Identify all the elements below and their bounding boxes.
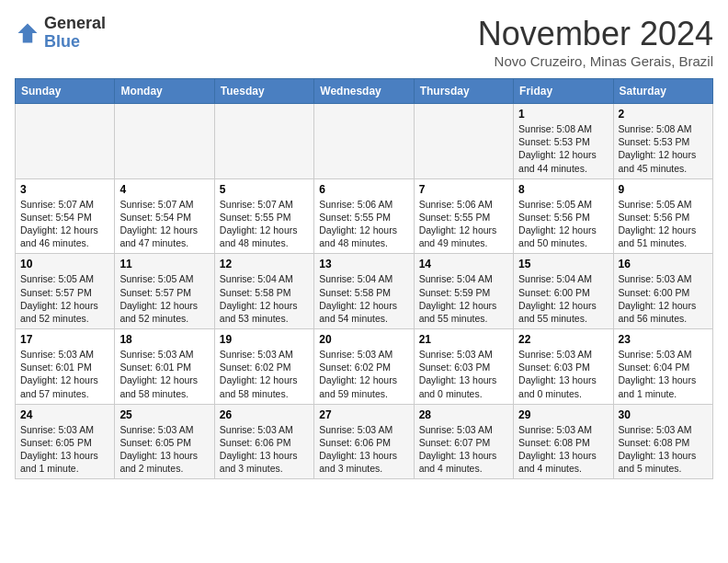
day-info: Sunrise: 5:03 AMSunset: 6:08 PMDaylight:…	[518, 423, 608, 476]
calendar-cell: 18Sunrise: 5:03 AMSunset: 6:01 PMDayligh…	[115, 329, 214, 405]
logo-blue-text: Blue	[44, 32, 80, 51]
day-info: Sunrise: 5:04 AMSunset: 5:58 PMDaylight:…	[319, 272, 408, 325]
calendar-cell: 12Sunrise: 5:04 AMSunset: 5:58 PMDayligh…	[214, 254, 313, 329]
title-block: November 2024 Novo Cruzeiro, Minas Gerai…	[478, 15, 713, 69]
day-number: 6	[319, 183, 408, 196]
day-number: 25	[119, 408, 209, 421]
day-number: 24	[20, 408, 109, 421]
day-number: 9	[619, 183, 708, 196]
calendar-cell: 20Sunrise: 5:03 AMSunset: 6:02 PMDayligh…	[314, 329, 414, 405]
calendar-week-row: 3Sunrise: 5:07 AMSunset: 5:54 PMDaylight…	[16, 178, 713, 254]
calendar-cell: 7Sunrise: 5:06 AMSunset: 5:55 PMDaylight…	[414, 178, 513, 254]
day-number: 15	[518, 258, 608, 270]
day-info: Sunrise: 5:04 AMSunset: 5:58 PMDaylight:…	[220, 272, 309, 325]
svg-marker-0	[18, 23, 38, 42]
calendar-cell: 16Sunrise: 5:03 AMSunset: 6:00 PMDayligh…	[613, 254, 712, 329]
calendar-cell	[16, 104, 115, 179]
day-number: 19	[220, 333, 309, 346]
day-info: Sunrise: 5:03 AMSunset: 6:02 PMDaylight:…	[220, 348, 309, 400]
day-number: 23	[619, 333, 708, 346]
day-info: Sunrise: 5:03 AMSunset: 6:02 PMDaylight:…	[319, 348, 408, 400]
day-info: Sunrise: 5:05 AMSunset: 5:56 PMDaylight:…	[518, 198, 608, 250]
weekday-header-tuesday: Tuesday	[214, 79, 313, 104]
day-number: 2	[619, 108, 708, 121]
day-number: 29	[518, 408, 608, 421]
day-info: Sunrise: 5:06 AMSunset: 5:55 PMDaylight:…	[419, 198, 508, 250]
day-info: Sunrise: 5:03 AMSunset: 6:01 PMDaylight:…	[119, 348, 209, 400]
day-number: 4	[119, 183, 209, 196]
day-info: Sunrise: 5:03 AMSunset: 6:03 PMDaylight:…	[419, 348, 508, 400]
day-number: 7	[419, 183, 508, 196]
day-number: 12	[220, 258, 309, 270]
day-number: 8	[518, 183, 608, 196]
calendar-cell: 23Sunrise: 5:03 AMSunset: 6:04 PMDayligh…	[613, 329, 712, 405]
day-number: 20	[319, 333, 408, 346]
day-number: 18	[119, 333, 209, 346]
calendar-cell: 3Sunrise: 5:07 AMSunset: 5:54 PMDaylight…	[16, 178, 115, 254]
day-info: Sunrise: 5:08 AMSunset: 5:53 PMDaylight:…	[619, 122, 708, 175]
calendar-cell: 27Sunrise: 5:03 AMSunset: 6:06 PMDayligh…	[314, 404, 414, 479]
day-number: 11	[119, 258, 209, 270]
calendar-cell: 4Sunrise: 5:07 AMSunset: 5:54 PMDaylight…	[115, 178, 214, 254]
calendar-cell: 21Sunrise: 5:03 AMSunset: 6:03 PMDayligh…	[414, 329, 513, 405]
day-info: Sunrise: 5:03 AMSunset: 6:06 PMDaylight:…	[220, 423, 309, 476]
day-number: 28	[419, 408, 508, 421]
calendar-cell: 10Sunrise: 5:05 AMSunset: 5:57 PMDayligh…	[16, 254, 115, 329]
day-info: Sunrise: 5:03 AMSunset: 6:08 PMDaylight:…	[619, 423, 708, 476]
location-subtitle: Novo Cruzeiro, Minas Gerais, Brazil	[478, 53, 713, 69]
calendar-cell: 24Sunrise: 5:03 AMSunset: 6:05 PMDayligh…	[16, 404, 115, 479]
calendar-cell: 11Sunrise: 5:05 AMSunset: 5:57 PMDayligh…	[115, 254, 214, 329]
month-title: November 2024	[478, 15, 713, 53]
calendar-cell: 28Sunrise: 5:03 AMSunset: 6:07 PMDayligh…	[414, 404, 513, 479]
calendar-week-row: 10Sunrise: 5:05 AMSunset: 5:57 PMDayligh…	[16, 254, 713, 329]
calendar-cell: 5Sunrise: 5:07 AMSunset: 5:55 PMDaylight…	[214, 178, 313, 254]
weekday-header-friday: Friday	[514, 79, 613, 104]
day-info: Sunrise: 5:05 AMSunset: 5:57 PMDaylight:…	[119, 272, 209, 325]
weekday-header-thursday: Thursday	[414, 79, 513, 104]
day-number: 14	[419, 258, 508, 270]
day-info: Sunrise: 5:06 AMSunset: 5:55 PMDaylight:…	[319, 198, 408, 250]
logo-general-text: General	[44, 14, 106, 32]
logo-icon	[15, 20, 40, 46]
calendar-cell: 9Sunrise: 5:05 AMSunset: 5:56 PMDaylight…	[613, 178, 712, 254]
day-info: Sunrise: 5:03 AMSunset: 6:01 PMDaylight:…	[20, 348, 109, 400]
day-info: Sunrise: 5:04 AMSunset: 6:00 PMDaylight:…	[518, 272, 608, 325]
calendar-week-row: 24Sunrise: 5:03 AMSunset: 6:05 PMDayligh…	[16, 404, 713, 479]
calendar-cell: 17Sunrise: 5:03 AMSunset: 6:01 PMDayligh…	[16, 329, 115, 405]
logo: General Blue	[15, 15, 106, 52]
calendar-cell: 29Sunrise: 5:03 AMSunset: 6:08 PMDayligh…	[514, 404, 613, 479]
day-info: Sunrise: 5:03 AMSunset: 6:00 PMDaylight:…	[619, 272, 708, 325]
day-info: Sunrise: 5:05 AMSunset: 5:56 PMDaylight:…	[619, 198, 708, 250]
day-number: 5	[220, 183, 309, 196]
day-info: Sunrise: 5:03 AMSunset: 6:06 PMDaylight:…	[319, 423, 408, 476]
calendar-cell: 15Sunrise: 5:04 AMSunset: 6:00 PMDayligh…	[514, 254, 613, 329]
day-info: Sunrise: 5:07 AMSunset: 5:55 PMDaylight:…	[220, 198, 309, 250]
calendar-week-row: 1Sunrise: 5:08 AMSunset: 5:53 PMDaylight…	[16, 104, 713, 179]
day-number: 22	[518, 333, 608, 346]
day-info: Sunrise: 5:03 AMSunset: 6:04 PMDaylight:…	[619, 348, 708, 400]
day-info: Sunrise: 5:03 AMSunset: 6:05 PMDaylight:…	[119, 423, 209, 476]
calendar-cell: 25Sunrise: 5:03 AMSunset: 6:05 PMDayligh…	[115, 404, 214, 479]
day-info: Sunrise: 5:03 AMSunset: 6:07 PMDaylight:…	[419, 423, 508, 476]
day-number: 30	[619, 408, 708, 421]
day-number: 16	[619, 258, 708, 270]
weekday-header-wednesday: Wednesday	[314, 79, 414, 104]
calendar-cell: 13Sunrise: 5:04 AMSunset: 5:58 PMDayligh…	[314, 254, 414, 329]
day-info: Sunrise: 5:04 AMSunset: 5:59 PMDaylight:…	[419, 272, 508, 325]
calendar-cell	[214, 104, 313, 179]
calendar-cell: 30Sunrise: 5:03 AMSunset: 6:08 PMDayligh…	[613, 404, 712, 479]
calendar-cell: 22Sunrise: 5:03 AMSunset: 6:03 PMDayligh…	[514, 329, 613, 405]
calendar-cell: 26Sunrise: 5:03 AMSunset: 6:06 PMDayligh…	[214, 404, 313, 479]
day-info: Sunrise: 5:07 AMSunset: 5:54 PMDaylight:…	[119, 198, 209, 250]
day-info: Sunrise: 5:03 AMSunset: 6:05 PMDaylight:…	[20, 423, 109, 476]
weekday-header-row: SundayMondayTuesdayWednesdayThursdayFrid…	[16, 79, 713, 104]
day-number: 27	[319, 408, 408, 421]
calendar-table: SundayMondayTuesdayWednesdayThursdayFrid…	[15, 78, 713, 479]
page-header: General Blue November 2024 Novo Cruzeiro…	[15, 15, 713, 69]
calendar-cell: 14Sunrise: 5:04 AMSunset: 5:59 PMDayligh…	[414, 254, 513, 329]
calendar-cell: 8Sunrise: 5:05 AMSunset: 5:56 PMDaylight…	[514, 178, 613, 254]
calendar-cell	[314, 104, 414, 179]
day-info: Sunrise: 5:07 AMSunset: 5:54 PMDaylight:…	[20, 198, 109, 250]
day-info: Sunrise: 5:08 AMSunset: 5:53 PMDaylight:…	[518, 122, 608, 175]
calendar-cell: 19Sunrise: 5:03 AMSunset: 6:02 PMDayligh…	[214, 329, 313, 405]
